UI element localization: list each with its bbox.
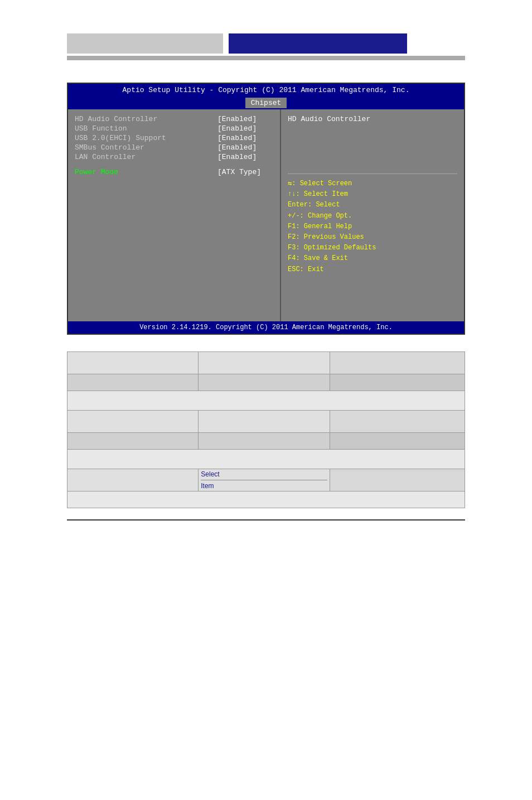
bios-body: HD Audio Controller [Enabled] USB Functi… [68, 109, 464, 321]
setting-lan-value: [Enabled] [217, 153, 273, 161]
table-cell [330, 469, 465, 491]
setting-smbus[interactable]: SMBus Controller [Enabled] [75, 143, 273, 152]
setting-hd-audio[interactable]: HD Audio Controller [Enabled] [75, 115, 273, 123]
top-header [67, 33, 465, 56]
table-row-full [67, 450, 465, 469]
lower-table-section: Select Item [67, 351, 465, 508]
setting-hd-audio-value: [Enabled] [217, 115, 273, 123]
table-cell [199, 411, 330, 433]
table-cell-full-bottom [67, 491, 465, 508]
table-cell [330, 352, 465, 374]
setting-usb-ehci-label: USB 2.0(EHCI) Support [75, 134, 166, 142]
table-cell [67, 352, 199, 374]
select-label: Select [201, 470, 219, 478]
setting-smbus-label: SMBus Controller [75, 143, 164, 152]
setting-hd-audio-label: HD Audio Controller [75, 115, 164, 123]
bios-settings-panel: HD Audio Controller [Enabled] USB Functi… [68, 109, 280, 321]
key-help-f4: F4: Save & Exit [288, 253, 457, 264]
bios-description: HD Audio Controller [288, 115, 457, 123]
bios-setup-container: Aptio Setup Utility - Copyright (C) 2011… [67, 83, 465, 335]
table-cell-full [67, 391, 465, 411]
header-bottom-bar [67, 56, 465, 60]
bios-title: Aptio Setup Utility - Copyright (C) 2011… [68, 84, 464, 97]
table-row [67, 433, 465, 450]
table-row [67, 352, 465, 374]
table-cell [67, 469, 199, 491]
lower-grid-table: Select Item [67, 351, 465, 508]
setting-power-mode[interactable]: Power Mode [ATX Type] [75, 168, 273, 176]
key-help-f3: F3: Optimized Defaults [288, 243, 457, 253]
table-row [67, 374, 465, 391]
table-row-full [67, 391, 465, 411]
setting-power-mode-value: [ATX Type] [217, 168, 273, 176]
setting-usb-function[interactable]: USB Function [Enabled] [75, 124, 273, 133]
setting-smbus-value: [Enabled] [217, 143, 273, 152]
table-cell [330, 374, 465, 391]
table-row-full-bottom [67, 491, 465, 508]
header-left-bar [67, 33, 223, 54]
table-row: Select Item [67, 469, 465, 491]
setting-lan-label: LAN Controller [75, 153, 164, 161]
help-divider [288, 174, 457, 174]
table-cell [199, 433, 330, 450]
bios-help-panel: HD Audio Controller ⇆: Select Screen ↑↓:… [281, 109, 464, 321]
table-cell-select: Select Item [199, 469, 330, 491]
table-cell [67, 411, 199, 433]
key-help-enter: Enter: Select [288, 200, 457, 210]
key-help-list: ⇆: Select Screen ↑↓: Select Item Enter: … [288, 179, 457, 275]
header-right-bar [229, 33, 407, 54]
setting-usb-function-value: [Enabled] [217, 124, 273, 133]
table-cell-full [67, 450, 465, 469]
bottom-separator [67, 519, 465, 521]
bios-footer: Version 2.14.1219. Copyright (C) 2011 Am… [68, 321, 464, 334]
key-help-f1: F1: General Help [288, 221, 457, 232]
table-cell [330, 433, 465, 450]
setting-lan[interactable]: LAN Controller [Enabled] [75, 153, 273, 161]
key-help-esc: ESC: Exit [288, 264, 457, 275]
table-cell [67, 433, 199, 450]
chipset-tab[interactable]: Chipset [245, 98, 287, 108]
key-help-f2: F2: Previous Values [288, 232, 457, 243]
setting-usb-function-label: USB Function [75, 124, 164, 133]
item-label: Item [201, 482, 214, 490]
setting-usb-ehci[interactable]: USB 2.0(EHCI) Support [Enabled] [75, 134, 273, 142]
table-cell [330, 411, 465, 433]
key-help-screen: ⇆: Select Screen [288, 179, 457, 189]
table-cell [199, 374, 330, 391]
table-row [67, 411, 465, 433]
bios-tab-bar[interactable]: Chipset [68, 97, 464, 109]
table-cell [199, 352, 330, 374]
table-cell [67, 374, 199, 391]
setting-power-mode-label: Power Mode [75, 168, 164, 176]
key-help-change: +/-: Change Opt. [288, 211, 457, 221]
key-help-item: ↑↓: Select Item [288, 189, 457, 200]
setting-usb-ehci-value: [Enabled] [217, 134, 273, 142]
